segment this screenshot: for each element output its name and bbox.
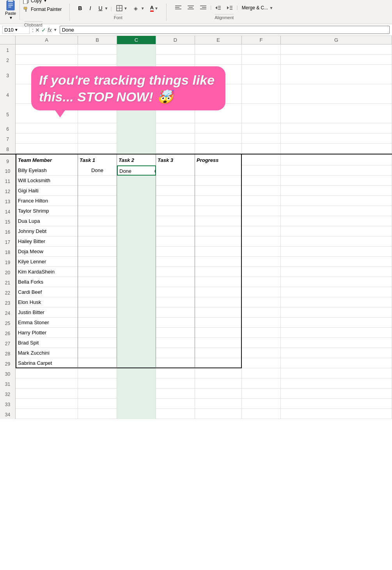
cell-d22[interactable]	[117, 287, 156, 297]
cell-h15[interactable]	[281, 216, 392, 226]
fill-dropdown[interactable]: ▼	[141, 6, 145, 11]
cell-e25[interactable]	[156, 318, 195, 328]
cell-d8[interactable]	[117, 144, 156, 154]
fx-dropdown[interactable]: ▼	[53, 28, 57, 32]
cell-d11[interactable]	[117, 176, 156, 186]
cell-b18[interactable]: Doja Meow	[16, 247, 78, 257]
cell-f31[interactable]	[195, 378, 242, 389]
cell-c18[interactable]	[78, 247, 117, 257]
cell-c15[interactable]	[78, 216, 117, 226]
cell-e17[interactable]	[156, 236, 195, 247]
bold-button[interactable]: B	[76, 5, 84, 12]
cell-g31[interactable]	[242, 378, 281, 389]
cell-b21[interactable]: Bella Forks	[16, 277, 78, 287]
cell-e32[interactable]	[156, 389, 195, 399]
cell-f32[interactable]	[195, 389, 242, 399]
font-color-button[interactable]: A ▼	[149, 4, 160, 12]
cell-h18[interactable]	[281, 247, 392, 257]
cell-e20[interactable]	[156, 267, 195, 277]
cell-d34[interactable]	[117, 409, 156, 419]
cell-g24[interactable]	[242, 307, 281, 318]
cell-g34[interactable]	[242, 409, 281, 419]
cell-d23[interactable]	[117, 297, 156, 307]
cell-e22[interactable]	[156, 287, 195, 297]
cell-h13[interactable]	[281, 196, 392, 206]
cell-b19[interactable]: Kilye Lenner	[16, 257, 78, 267]
cell-h3[interactable]	[281, 65, 392, 84]
underline-button[interactable]: U	[96, 5, 104, 12]
cell-b30[interactable]	[16, 368, 78, 378]
merge-dropdown[interactable]: ▼	[270, 6, 273, 10]
align-left-button[interactable]	[173, 4, 184, 12]
cell-g28[interactable]	[242, 348, 281, 358]
cell-f16[interactable]	[195, 226, 242, 236]
cell-f18[interactable]	[195, 247, 242, 257]
cell-h28[interactable]	[281, 348, 392, 358]
cell-g30[interactable]	[242, 368, 281, 378]
cell-c31[interactable]	[78, 378, 117, 389]
col-header-f[interactable]: F	[242, 36, 281, 44]
cell-d6[interactable]	[117, 123, 156, 133]
cell-g1[interactable]	[242, 44, 281, 55]
cell-h5[interactable]	[281, 104, 392, 123]
cell-g4[interactable]	[242, 84, 281, 104]
col-header-c[interactable]: C	[117, 36, 156, 44]
cell-h1[interactable]	[281, 44, 392, 55]
cell-b31[interactable]	[16, 378, 78, 389]
cell-g29[interactable]	[242, 358, 281, 368]
cell-g26[interactable]	[242, 328, 281, 338]
cell-b32[interactable]	[16, 389, 78, 399]
cell-h16[interactable]	[281, 226, 392, 236]
cell-d1[interactable]	[117, 44, 156, 55]
confirm-button[interactable]: ✓	[41, 27, 46, 33]
cell-e2[interactable]	[156, 55, 195, 65]
cell-g19[interactable]	[242, 257, 281, 267]
cell-f1[interactable]	[195, 44, 242, 55]
cell-d20[interactable]	[117, 267, 156, 277]
cell-c2[interactable]	[78, 55, 117, 65]
cell-h31[interactable]	[281, 378, 392, 389]
cell-b1[interactable]	[16, 44, 78, 55]
cell-c33[interactable]	[78, 399, 117, 409]
cell-c21[interactable]	[78, 277, 117, 287]
cell-g17[interactable]	[242, 236, 281, 247]
cell-g15[interactable]	[242, 216, 281, 226]
cell-c22[interactable]	[78, 287, 117, 297]
cell-b22[interactable]: Cardi Beef	[16, 287, 78, 297]
cell-b27[interactable]: Brad Spit	[16, 338, 78, 348]
cell-h20[interactable]	[281, 267, 392, 277]
cell-f9[interactable]: Progress	[195, 154, 242, 166]
cell-f27[interactable]	[195, 338, 242, 348]
paste-button[interactable]: Paste ▼	[3, 0, 18, 21]
cell-h6[interactable]	[281, 123, 392, 133]
cell-d13[interactable]	[117, 196, 156, 206]
cell-b28[interactable]: Mark Zucchini	[16, 348, 78, 358]
cell-f19[interactable]	[195, 257, 242, 267]
cell-c30[interactable]	[78, 368, 117, 378]
cell-f26[interactable]	[195, 328, 242, 338]
cell-d16[interactable]	[117, 226, 156, 236]
underline-dropdown[interactable]: ▼	[105, 6, 108, 11]
cell-d18[interactable]	[117, 247, 156, 257]
cell-g14[interactable]	[242, 206, 281, 216]
cell-f20[interactable]	[195, 267, 242, 277]
cell-f10[interactable]	[195, 165, 242, 176]
cell-b6[interactable]	[16, 123, 78, 133]
cell-g12[interactable]	[242, 186, 281, 196]
cell-b25[interactable]: Emma Stoner	[16, 318, 78, 328]
cell-d7[interactable]	[117, 133, 156, 144]
cell-h30[interactable]	[281, 368, 392, 378]
cell-b24[interactable]: Justin Bitter	[16, 307, 78, 318]
cell-e14[interactable]	[156, 206, 195, 216]
cell-b15[interactable]: Dua Lupa	[16, 216, 78, 226]
font-color-dropdown[interactable]: ▼	[154, 6, 158, 11]
cell-d27[interactable]	[117, 338, 156, 348]
cell-e19[interactable]	[156, 257, 195, 267]
cell-c29[interactable]	[78, 358, 117, 368]
cell-b20[interactable]: Kim KardaShein	[16, 267, 78, 277]
cell-b10[interactable]: Billy Eyelash	[16, 165, 78, 176]
cell-f2[interactable]	[195, 55, 242, 65]
cell-f28[interactable]	[195, 348, 242, 358]
cell-f7[interactable]	[195, 133, 242, 144]
cell-g25[interactable]	[242, 318, 281, 328]
